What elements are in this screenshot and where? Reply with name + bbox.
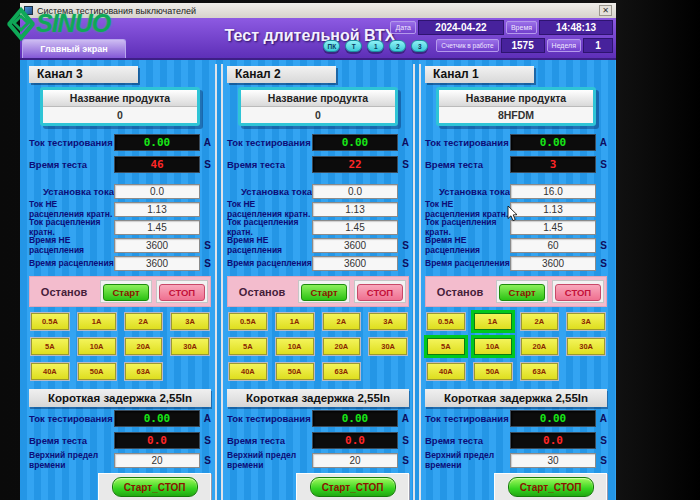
start-stop-button[interactable]: Старт_СТОП — [310, 477, 396, 497]
no-trip-time-label: Время НЕ расцепления — [425, 235, 510, 255]
product-name-value[interactable]: 8HFDM — [439, 107, 593, 123]
start-button[interactable]: Старт — [499, 284, 545, 301]
no-trip-current-field[interactable]: 1.13 — [510, 202, 596, 217]
rating-button[interactable]: 50A — [276, 363, 314, 380]
product-name-value[interactable]: 0 — [43, 107, 197, 123]
unit-s: S — [200, 455, 211, 466]
stop-button[interactable]: СТОП — [555, 284, 601, 301]
rating-button[interactable]: 2A — [323, 313, 361, 330]
trip-time-field[interactable]: 3600 — [510, 256, 596, 271]
rating-button[interactable]: 0.5A — [427, 313, 465, 330]
rating-button[interactable]: 20A — [125, 338, 163, 355]
unit-s: S — [200, 159, 211, 170]
trip-time-field[interactable]: 3600 — [312, 256, 398, 271]
rating-button[interactable]: 40A — [427, 363, 465, 380]
upper-time-limit-field[interactable]: 20 — [312, 453, 398, 468]
rating-button[interactable]: 30A — [567, 338, 605, 355]
nav-button-3[interactable]: 3 — [411, 40, 428, 52]
current-setting-field[interactable]: 0.0 — [114, 184, 200, 199]
unit-a: A — [596, 413, 607, 424]
short-delay-header: Короткая задержка 2,55In — [425, 389, 607, 407]
no-trip-current-field[interactable]: 1.13 — [114, 202, 200, 217]
rating-button[interactable]: 63A — [521, 363, 559, 380]
rating-button[interactable]: 20A — [323, 338, 361, 355]
rating-button[interactable]: 5A — [229, 338, 267, 355]
upper-time-limit-field[interactable]: 30 — [510, 453, 596, 468]
rating-button[interactable]: 3A — [567, 313, 605, 330]
trip-current-field[interactable]: 1.45 — [114, 220, 200, 235]
trip-current-field[interactable]: 1.45 — [510, 220, 596, 235]
nav-button-t[interactable]: Т — [345, 40, 362, 52]
rating-button[interactable]: 20A — [521, 338, 559, 355]
sd-test-current-label: Ток тестирования — [227, 413, 312, 424]
rating-button[interactable]: 3A — [369, 313, 407, 330]
unit-s: S — [398, 258, 409, 269]
rating-button[interactable]: 0.5A — [229, 313, 267, 330]
no-trip-time-field[interactable]: 3600 — [312, 238, 398, 253]
product-name-label: Название продукта — [439, 90, 593, 107]
rating-button[interactable]: 2A — [521, 313, 559, 330]
start-button[interactable]: Старт — [103, 284, 149, 301]
rating-buttons: 0.5A 1A 2A 3A 5A 10A 20A 30A 40A 50A 63A — [427, 313, 605, 380]
rating-button[interactable]: 63A — [125, 363, 163, 380]
sd-test-current-display: 0.00 — [114, 410, 200, 427]
nav-button-pk[interactable]: ПК — [323, 40, 340, 52]
trip-time-field[interactable]: 3600 — [114, 256, 200, 271]
channel-3-panel: Канал 3 Название продукта 0 Ток тестиров… — [25, 64, 217, 500]
sd-test-time-label: Время теста — [29, 435, 114, 446]
trip-current-field[interactable]: 1.45 — [312, 220, 398, 235]
rating-button[interactable]: 63A — [323, 363, 361, 380]
current-setting-label: Установка тока — [29, 186, 114, 197]
rating-button[interactable]: 0.5A — [31, 313, 69, 330]
current-setting-field[interactable]: 16.0 — [510, 184, 596, 199]
test-current-display: 0.00 — [510, 134, 596, 151]
status-stopped: Останов — [428, 286, 492, 298]
start-stop-button[interactable]: Старт_СТОП — [112, 477, 198, 497]
sd-test-current-display: 0.00 — [510, 410, 596, 427]
no-trip-time-field[interactable]: 3600 — [114, 238, 200, 253]
rating-button[interactable]: 10A — [276, 338, 314, 355]
trip-time-label: Время расцепления — [227, 258, 312, 268]
sd-test-time-display: 0.0 — [510, 432, 596, 449]
rating-button[interactable]: 3A — [171, 313, 209, 330]
rating-button[interactable]: 40A — [229, 363, 267, 380]
rating-button[interactable]: 1A — [78, 313, 116, 330]
rating-button[interactable]: 50A — [474, 363, 512, 380]
close-icon[interactable]: ✕ — [599, 5, 612, 16]
rating-button[interactable]: 1A — [276, 313, 314, 330]
start-stop-button[interactable]: Старт_СТОП — [508, 477, 594, 497]
rating-button[interactable]: 50A — [78, 363, 116, 380]
rating-button[interactable]: 5A — [31, 338, 69, 355]
rating-button[interactable]: 5A — [427, 338, 465, 355]
unit-s: S — [596, 258, 607, 269]
unit-s: S — [200, 435, 211, 446]
start-stop-panel: Старт_СТОП — [494, 473, 607, 500]
rating-button[interactable]: 40A — [31, 363, 69, 380]
time-label: Время — [506, 21, 537, 34]
stop-button[interactable]: СТОП — [357, 284, 403, 301]
no-trip-current-label: Ток НЕ расцепления кратн. — [227, 199, 312, 219]
current-setting-field[interactable]: 0.0 — [312, 184, 398, 199]
test-current-label: Ток тестирования — [425, 137, 510, 148]
product-name-value[interactable]: 0 — [241, 107, 395, 123]
short-delay-header: Короткая задержка 2,55In — [29, 389, 211, 407]
upper-time-limit-field[interactable]: 20 — [114, 453, 200, 468]
nav-button-1[interactable]: 1 — [367, 40, 384, 52]
no-trip-current-field[interactable]: 1.13 — [312, 202, 398, 217]
rating-button[interactable]: 10A — [474, 338, 512, 355]
channel-2-panel: Канал 2 Название продукта 0 Ток тестиров… — [221, 64, 415, 500]
rating-button[interactable]: 30A — [369, 338, 407, 355]
mouse-cursor — [507, 206, 518, 222]
rating-button[interactable]: 1A — [474, 313, 512, 330]
unit-s: S — [200, 240, 211, 251]
run-status-bar: Останов Старт СТОП — [29, 276, 211, 307]
start-button[interactable]: Старт — [301, 284, 347, 301]
sd-test-current-display: 0.00 — [312, 410, 398, 427]
product-name-box: Название продукта 0 — [238, 87, 398, 126]
nav-button-2[interactable]: 2 — [389, 40, 406, 52]
rating-button[interactable]: 2A — [125, 313, 163, 330]
stop-button[interactable]: СТОП — [159, 284, 205, 301]
rating-button[interactable]: 30A — [171, 338, 209, 355]
no-trip-time-field[interactable]: 60 — [510, 238, 596, 253]
rating-button[interactable]: 10A — [78, 338, 116, 355]
